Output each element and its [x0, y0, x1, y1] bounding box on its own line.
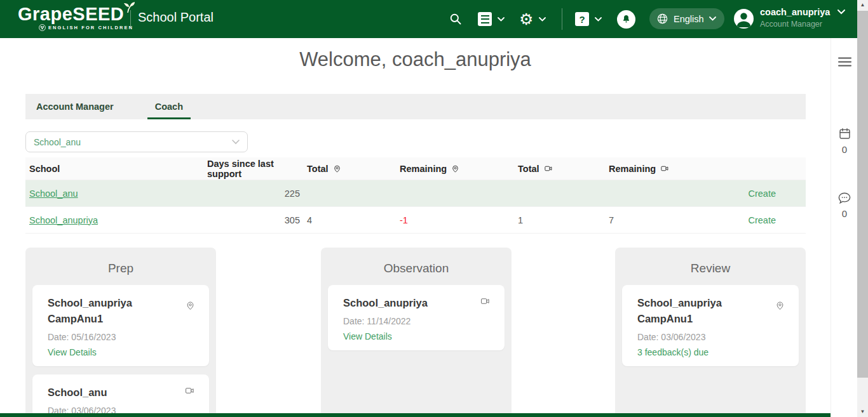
scroll-up-arrow[interactable]: ▲: [857, 3, 868, 8]
search-button[interactable]: [449, 0, 462, 38]
app-header: GrapeSEED ENGLISH FOR CHILDREN School Po…: [0, 0, 857, 38]
page-title: Welcome, coach_anupriya: [0, 48, 831, 71]
feedback-due-link[interactable]: 3 feedback(s) due: [637, 347, 783, 357]
view-details-link[interactable]: View Details: [48, 347, 194, 357]
video-camera-icon: [544, 164, 553, 173]
chevron-down-icon: [498, 17, 505, 22]
chevron-down-icon: [837, 10, 845, 15]
support-table: School Days since last support Total Rem…: [25, 157, 806, 234]
days-since-last-support-value: 225: [207, 189, 300, 199]
video-camera-icon: [184, 386, 195, 398]
tab-coach[interactable]: Coach: [145, 94, 193, 119]
rail-messages-button[interactable]: 0: [831, 192, 858, 219]
notifications-button[interactable]: [617, 0, 635, 38]
col-remaining-video: Remaining: [609, 164, 699, 174]
user-avatar[interactable]: [734, 9, 754, 29]
person-icon: [734, 9, 754, 29]
help-menu-button[interactable]: ?: [575, 0, 602, 38]
review-panel: Review School_anupriya CampAnu1 Date: 03…: [615, 248, 806, 417]
logo-sprout-icon: [121, 2, 138, 13]
observation-panel: Observation School_anupriya Date: 11/14/…: [321, 248, 512, 417]
scrollbar-thumb[interactable]: [857, 11, 868, 378]
create-link[interactable]: Create: [748, 215, 776, 225]
logo-brand-text: GrapeSEED: [18, 4, 133, 24]
col-days-since-last-support: Days since last support: [207, 159, 300, 179]
grapes-icon: [39, 24, 46, 31]
location-pin-icon: [186, 300, 195, 314]
days-since-last-support-value: 305: [207, 215, 300, 225]
location-pin-icon: [775, 300, 785, 314]
col-total-video: Total: [518, 164, 609, 174]
chevron-down-icon: [709, 17, 716, 21]
chevron-down-icon: [595, 17, 602, 22]
language-selector[interactable]: English: [649, 8, 724, 29]
chevron-down-icon: [232, 140, 240, 145]
prep-panel: Prep School_anupriya CampAnu1 Date: 05/1…: [25, 248, 216, 417]
scroll-down-arrow[interactable]: ▼: [857, 409, 868, 414]
calendar-icon: [838, 127, 851, 140]
school-link[interactable]: School_anupriya: [29, 215, 98, 225]
video-camera-icon: [660, 164, 669, 173]
card-school-name: School_anupriya CampAnu1: [637, 295, 783, 327]
card-school-name: School_anupriya CampAnu1: [48, 295, 194, 327]
total-onsite-value: 4: [307, 215, 400, 225]
bell-icon: [617, 10, 635, 29]
col-total-onsite: Total: [307, 164, 400, 174]
location-pin-icon: [333, 164, 341, 173]
vertical-scrollbar[interactable]: ▲ ▼: [857, 0, 868, 417]
card-school-name: School_anu: [48, 385, 194, 400]
logo-tagline: ENGLISH FOR CHILDREN: [48, 25, 133, 30]
card-date: Date: 05/16/2023: [48, 332, 194, 342]
panel-title: Prep: [25, 248, 216, 277]
user-name: coach_anupriya: [760, 7, 830, 17]
rail-calendar-button[interactable]: 0: [831, 127, 858, 155]
settings-menu-button[interactable]: ⚙: [519, 0, 546, 38]
panel-title: Observation: [321, 248, 512, 277]
documents-menu-button[interactable]: [478, 0, 505, 38]
calendar-count: 0: [842, 144, 847, 155]
school-link[interactable]: School_anu: [29, 189, 78, 199]
role-tabs: Account Manager Coach: [25, 94, 806, 119]
user-role: Account Manager: [760, 20, 845, 29]
search-icon: [449, 13, 462, 25]
table-header-row: School Days since last support Total Rem…: [25, 157, 806, 180]
grapeseed-logo[interactable]: GrapeSEED ENGLISH FOR CHILDREN: [18, 4, 133, 31]
user-menu[interactable]: coach_anupriya Account Manager: [760, 7, 845, 29]
create-link[interactable]: Create: [748, 189, 776, 199]
review-card: School_anupriya CampAnu1 Date: 03/06/202…: [622, 285, 799, 366]
help-icon: ?: [575, 12, 589, 26]
remaining-video-value: 7: [609, 215, 699, 225]
remaining-onsite-value: -1: [400, 215, 408, 225]
school-select[interactable]: School_anu: [25, 131, 248, 152]
card-date: Date: 03/06/2023: [637, 332, 783, 342]
hamburger-menu-icon: [838, 57, 851, 67]
card-date: Date: 11/14/2022: [343, 316, 489, 326]
total-video-value: 1: [518, 215, 609, 225]
footer-bar: [0, 413, 831, 417]
observation-card: School_anupriya Date: 11/14/2022 View De…: [328, 285, 505, 350]
tab-account-manager[interactable]: Account Manager: [26, 94, 124, 119]
school-portal-screen: GrapeSEED ENGLISH FOR CHILDREN School Po…: [0, 0, 868, 417]
side-rail: 0 0: [831, 38, 858, 417]
gear-icon: ⚙: [519, 11, 533, 27]
language-label: English: [674, 14, 704, 24]
prep-card: School_anu Date: 03/06/2023: [32, 374, 209, 417]
school-select-value: School_anu: [34, 137, 81, 147]
chat-bubble-icon: [837, 192, 851, 204]
table-row: School_anu 225 Create: [25, 180, 806, 207]
header-divider: [130, 10, 131, 28]
globe-icon: [656, 13, 668, 25]
col-remaining-onsite: Remaining: [400, 164, 518, 174]
view-details-link[interactable]: View Details: [343, 331, 489, 341]
card-school-name: School_anupriya: [343, 295, 489, 311]
rail-menu-button[interactable]: [831, 57, 858, 67]
table-row: School_anupriya 305 4 -1 1 7 Create: [25, 207, 806, 234]
panel-title: Review: [615, 248, 806, 277]
header-divider: [562, 8, 562, 30]
prep-card: School_anupriya CampAnu1 Date: 05/16/202…: [32, 285, 209, 366]
documents-icon: [478, 12, 492, 26]
video-camera-icon: [480, 296, 491, 308]
app-title: School Portal: [138, 10, 214, 25]
location-pin-icon: [451, 164, 459, 173]
messages-count: 0: [842, 208, 847, 219]
